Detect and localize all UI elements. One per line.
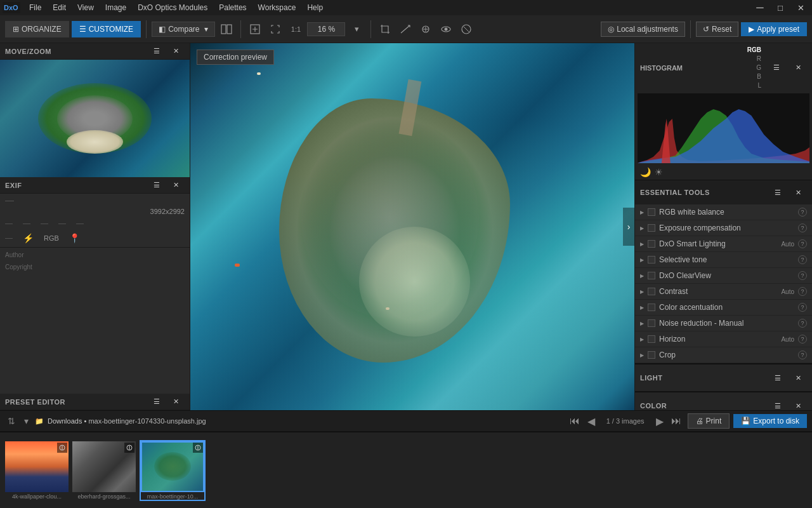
tool-help-noise-reduction[interactable]: ?: [798, 319, 807, 328]
tool-help-rgb-wb[interactable]: ?: [798, 208, 807, 217]
tool-checkbox-clearview[interactable]: [648, 272, 655, 279]
tool-row-selective-tone[interactable]: ▶ Selective tone ?: [635, 252, 812, 268]
first-image-button[interactable]: ⏮: [567, 414, 582, 428]
thumbnail-2[interactable]: eberhard-grossgas...: [72, 441, 136, 500]
shadow-warning-icon[interactable]: 🌙: [640, 167, 651, 177]
thumbnail-3[interactable]: max-boettinger-10...: [140, 440, 206, 501]
correction-preview-button[interactable]: Correction preview: [197, 50, 274, 65]
tool-checkbox-smart-lighting[interactable]: [648, 240, 655, 248]
preset-close-icon[interactable]: ✕: [167, 393, 185, 411]
panel-collapse-arrow[interactable]: ›: [623, 208, 634, 246]
menu-help[interactable]: Help: [302, 2, 328, 13]
move-zoom-menu-icon[interactable]: ☰: [148, 43, 166, 60]
red-eye-tool-button[interactable]: [437, 20, 455, 38]
move-zoom-close-icon[interactable]: ✕: [167, 43, 185, 60]
hist-mode-r[interactable]: R: [754, 55, 764, 63]
histogram-close-icon[interactable]: ✕: [789, 59, 807, 77]
sort-button[interactable]: ⇅: [5, 415, 18, 427]
tool-help-contrast[interactable]: ?: [798, 287, 807, 296]
zoom-dropdown-button[interactable]: ▾: [348, 20, 365, 38]
customize-button[interactable]: ☰ CUSTOMIZE: [72, 21, 141, 37]
color-close-icon[interactable]: ✕: [789, 397, 807, 410]
menu-dxo-optics[interactable]: DxO Optics Modules: [133, 2, 213, 13]
straighten-tool-button[interactable]: [396, 20, 414, 38]
close-button[interactable]: ✕: [792, 0, 809, 17]
tool-help-color-accent[interactable]: ?: [798, 303, 807, 312]
fit-screen-button[interactable]: [246, 20, 264, 38]
color-section-header[interactable]: COLOR ☰ ✕: [635, 392, 812, 410]
light-section-header[interactable]: LIGHT ☰ ✕: [635, 364, 812, 391]
tool-checkbox-contrast[interactable]: [648, 288, 655, 295]
menu-edit[interactable]: Edit: [48, 2, 71, 13]
tool-row-rgb-wb[interactable]: ▶ RGB white balance ?: [635, 204, 812, 220]
tool-row-smart-lighting[interactable]: ▶ DxO Smart Lighting Auto ?: [635, 236, 812, 252]
filter-button[interactable]: ▾: [22, 415, 31, 427]
local-adjustments-button[interactable]: ◎ Local adjustments: [601, 22, 685, 37]
tool-checkbox-horizon[interactable]: [648, 335, 655, 343]
essential-tools-menu-icon[interactable]: ☰: [769, 184, 787, 201]
tool-help-clearview[interactable]: ?: [798, 271, 807, 280]
repair-tool-button[interactable]: [417, 20, 435, 38]
menu-view[interactable]: View: [72, 2, 99, 13]
hist-mode-b[interactable]: B: [754, 72, 764, 81]
print-button[interactable]: 🖨 Print: [688, 413, 730, 429]
essential-tools-header-icons: ☰ ✕: [769, 184, 807, 201]
highlight-warning-icon[interactable]: ☀: [655, 167, 663, 177]
light-menu-icon[interactable]: ☰: [769, 369, 787, 387]
app-logo: DxO: [3, 2, 20, 13]
exif-menu-icon[interactable]: ☰: [148, 177, 166, 194]
tool-row-noise-reduction[interactable]: ▶ Noise reduction - Manual ?: [635, 316, 812, 331]
tool-checkbox-selective-tone[interactable]: [648, 256, 655, 264]
next-image-button[interactable]: ▶: [653, 414, 666, 429]
preset-menu-icon[interactable]: ☰: [148, 393, 166, 411]
exif-close-icon[interactable]: ✕: [167, 177, 185, 194]
tool-checkbox-crop[interactable]: [648, 351, 655, 359]
tool-row-color-accent[interactable]: ▶ Color accentuation ?: [635, 300, 812, 316]
compare-button[interactable]: ◧ Compare ▾: [152, 22, 215, 37]
tool-help-selective-tone[interactable]: ?: [798, 255, 807, 264]
organize-button[interactable]: ⊞ ORGANIZE: [5, 21, 69, 37]
apply-preset-button[interactable]: ▶ Apply preset: [741, 22, 807, 36]
svg-text:DxO: DxO: [4, 4, 18, 11]
tool-help-horizon[interactable]: ?: [798, 335, 807, 344]
tool-row-exposure[interactable]: ▶ Exposure compensation ?: [635, 220, 812, 236]
maximize-button[interactable]: □: [771, 0, 789, 17]
histogram-menu-icon[interactable]: ☰: [768, 59, 785, 77]
menu-workspace[interactable]: Workspace: [253, 2, 301, 13]
minimize-button[interactable]: ─: [751, 0, 769, 17]
reset-button[interactable]: ↺ Reset: [696, 22, 738, 37]
tool-checkbox-noise-reduction[interactable]: [648, 319, 655, 327]
zoom-fit-button[interactable]: [266, 20, 284, 38]
essential-tools-close-icon[interactable]: ✕: [789, 184, 807, 201]
tool-checkbox-rgb-wb[interactable]: [648, 208, 655, 216]
thumbnail-1[interactable]: 4k-wallpaper-clou...: [5, 441, 69, 500]
tool-name-horizon: Horizon: [659, 335, 781, 344]
toolbar-sep3: [370, 20, 371, 38]
tool-row-clearview[interactable]: ▶ DxO ClearView ?: [635, 268, 812, 284]
crop-tool-button[interactable]: [376, 20, 394, 38]
split-view-button[interactable]: [218, 20, 235, 38]
color-menu-icon[interactable]: ☰: [769, 397, 787, 410]
hist-mode-g[interactable]: G: [754, 64, 764, 72]
menu-palettes[interactable]: Palettes: [214, 2, 251, 13]
tool-help-smart-lighting[interactable]: ?: [798, 239, 807, 248]
light-close-icon[interactable]: ✕: [789, 369, 807, 387]
tool-checkbox-exposure[interactable]: [648, 224, 655, 232]
tool-row-contrast[interactable]: ▶ Contrast Auto ?: [635, 284, 812, 300]
tool-row-horizon[interactable]: ▶ Horizon Auto ?: [635, 331, 812, 347]
hist-mode-rgb[interactable]: RGB: [745, 46, 764, 54]
zoom-11-button[interactable]: 1:1: [287, 20, 304, 38]
menu-image[interactable]: Image: [100, 2, 131, 13]
tool-help-exposure[interactable]: ?: [798, 224, 807, 232]
menu-file[interactable]: File: [24, 2, 46, 13]
tool-checkbox-color-accent[interactable]: [648, 304, 655, 311]
hist-mode-l[interactable]: L: [755, 81, 764, 90]
prev-image-button[interactable]: ◀: [585, 414, 598, 429]
vignette-tool-button[interactable]: [457, 20, 475, 38]
tool-row-crop[interactable]: ▶ Crop ?: [635, 347, 812, 363]
filmstrip-navigation: ⏮ ◀ 1 / 3 images ▶ ⏭: [567, 414, 684, 429]
export-button[interactable]: 💾 Export to disk: [733, 414, 807, 428]
tool-help-crop[interactable]: ?: [798, 351, 807, 359]
last-image-button[interactable]: ⏭: [669, 414, 684, 428]
export-icon: 💾: [741, 417, 750, 425]
